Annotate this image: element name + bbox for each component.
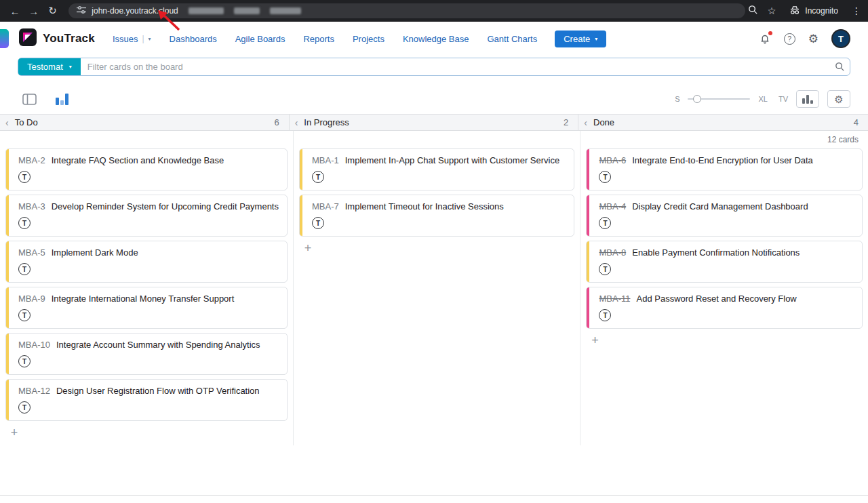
issue-summary[interactable]: Design User Registration Flow with OTP V… — [56, 386, 260, 396]
issue-summary[interactable]: Add Password Reset and Recovery Flow — [636, 294, 796, 304]
youtrack-logo[interactable]: YouTrack — [19, 28, 95, 49]
search-icon[interactable] — [829, 58, 850, 75]
board-settings-gear-icon: ⚙ — [834, 94, 843, 104]
backlog-panel-icon[interactable] — [18, 89, 41, 108]
assignee-avatar[interactable]: T — [18, 309, 31, 321]
assignee-avatar[interactable]: T — [599, 263, 611, 275]
browser-back-button[interactable]: ← — [7, 3, 23, 19]
zoom-icon[interactable] — [748, 5, 758, 18]
column-header-todo[interactable]: ‹ To Do 6 — [0, 115, 290, 130]
board-body: MBA-2 Integrate FAQ Section and Knowledg… — [0, 131, 868, 445]
url-text[interactable]: john-doe.youtrack.cloud — [92, 6, 178, 16]
issue-id[interactable]: MBA-6 — [599, 155, 626, 165]
issue-id[interactable]: MBA-10 — [18, 340, 50, 350]
issue-id[interactable]: MBA-5 — [18, 247, 45, 258]
browser-refresh-button[interactable]: ↻ — [45, 3, 61, 19]
collapse-column-icon[interactable]: ‹ — [584, 117, 587, 128]
bookmark-star-icon[interactable]: ☆ — [768, 5, 776, 16]
issue-summary[interactable]: Implement In-App Chat Support with Custo… — [345, 155, 559, 165]
chart-toggle-icon[interactable] — [50, 89, 73, 108]
nav-reports[interactable]: Reports — [303, 34, 334, 44]
board-card[interactable]: MBA-2 Integrate FAQ Section and Knowledg… — [5, 148, 288, 190]
add-card-button[interactable]: + — [588, 334, 601, 347]
nav-issues[interactable]: Issues — [113, 34, 138, 44]
board-card[interactable]: MBA-10 Integrate Account Summary with Sp… — [5, 333, 288, 375]
user-avatar[interactable]: T — [831, 29, 850, 48]
assignee-avatar[interactable]: T — [599, 217, 611, 229]
issue-summary[interactable]: Integrate International Money Transfer S… — [52, 294, 235, 304]
board-settings-button[interactable]: ⚙ — [827, 90, 850, 108]
issue-summary[interactable]: Develop Reminder System for Upcoming Cre… — [52, 201, 279, 212]
address-bar[interactable]: john-doe.youtrack.cloud — [68, 3, 745, 18]
browser-forward-button[interactable]: → — [26, 3, 42, 19]
issue-summary[interactable]: Implement Dark Mode — [52, 247, 138, 258]
issue-summary[interactable]: Integrate Account Summary with Spending … — [56, 340, 260, 350]
issue-id[interactable]: MBA-1 — [312, 155, 339, 165]
page-bottom-divider — [0, 495, 868, 496]
issue-id[interactable]: MBA-8 — [599, 247, 626, 258]
site-settings-icon[interactable] — [77, 6, 86, 16]
collapse-column-icon[interactable]: ‹ — [5, 117, 9, 128]
issue-id[interactable]: MBA-2 — [18, 155, 45, 165]
issue-id[interactable]: MBA-3 — [18, 201, 45, 212]
board-card[interactable]: MBA-11 Add Password Reset and Recovery F… — [586, 287, 863, 329]
issues-dropdown-icon[interactable]: ▾ — [149, 36, 151, 42]
board-card[interactable]: MBA-1 Implement In-App Chat Support with… — [299, 148, 575, 190]
board-card[interactable]: MBA-7 Implement Timeout for Inactive Ses… — [299, 195, 575, 237]
nav-agile-boards[interactable]: Agile Boards — [235, 34, 285, 44]
column-title: In Progress — [304, 117, 349, 127]
total-cards-label: 12 cards — [827, 135, 859, 144]
assignee-avatar[interactable]: T — [18, 263, 31, 275]
board-selector-button[interactable]: Testomat ▾ — [18, 58, 81, 75]
nav-divider: | — [142, 34, 144, 43]
board-card[interactable]: MBA-4 Display Credit Card Management Das… — [586, 195, 863, 237]
column-header-in-progress[interactable]: ‹ In Progress 2 — [290, 115, 579, 130]
create-button[interactable]: Create ▾ — [555, 31, 606, 47]
help-icon[interactable]: ? — [784, 33, 795, 45]
assignee-avatar[interactable]: T — [18, 217, 31, 229]
nav-dashboards[interactable]: Dashboards — [170, 34, 217, 44]
board-chart-button[interactable] — [796, 90, 819, 108]
issue-summary[interactable]: Integrate FAQ Section and Knowledge Base — [52, 155, 224, 165]
assignee-avatar[interactable]: T — [312, 171, 324, 183]
issue-summary[interactable]: Implement Timeout for Inactive Sessions — [345, 201, 504, 212]
nav-projects[interactable]: Projects — [353, 34, 384, 44]
create-dropdown-icon: ▾ — [595, 36, 597, 42]
issue-id[interactable]: MBA-12 — [18, 386, 50, 396]
issue-summary[interactable]: Enable Payment Confirmation Notification… — [632, 247, 800, 258]
assignee-avatar[interactable]: T — [18, 171, 31, 183]
slider-knob[interactable] — [693, 95, 701, 103]
board-card[interactable]: MBA-6 Integrate End-to-End Encryption fo… — [586, 148, 863, 190]
sidebar-expand-handle[interactable] — [0, 29, 9, 48]
board-card[interactable]: MBA-3 Develop Reminder System for Upcomi… — [5, 195, 288, 237]
issue-summary[interactable]: Integrate End-to-End Encryption for User… — [632, 155, 813, 165]
issue-id[interactable]: MBA-9 — [18, 294, 45, 304]
browser-menu-icon[interactable]: ⋮ — [852, 5, 861, 16]
card-accent-bar — [587, 241, 589, 282]
issue-id[interactable]: MBA-7 — [312, 201, 339, 212]
add-card-button[interactable]: + — [7, 426, 21, 439]
assignee-avatar[interactable]: T — [312, 217, 324, 229]
board-card[interactable]: MBA-5 Implement Dark Mode T — [5, 241, 288, 283]
settings-gear-icon[interactable]: ⚙ — [808, 33, 818, 45]
column-header-done[interactable]: ‹ Done 4 — [578, 115, 868, 130]
issue-summary[interactable]: Display Credit Card Management Dashboard — [632, 201, 808, 212]
assignee-avatar[interactable]: T — [599, 171, 611, 183]
card-size-slider[interactable] — [688, 94, 750, 104]
board-card[interactable]: MBA-9 Integrate International Money Tran… — [5, 287, 288, 329]
notifications-bell-icon[interactable] — [759, 33, 771, 45]
collapse-column-icon[interactable]: ‹ — [295, 117, 298, 128]
issue-id[interactable]: MBA-4 — [599, 201, 626, 212]
assignee-avatar[interactable]: T — [18, 355, 31, 367]
nav-knowledge-base[interactable]: Knowledge Base — [403, 34, 469, 44]
card-accent-bar — [587, 195, 589, 236]
assignee-avatar[interactable]: T — [18, 401, 31, 414]
issue-id[interactable]: MBA-11 — [599, 294, 630, 304]
board-card[interactable]: MBA-12 Design User Registration Flow wit… — [5, 379, 288, 421]
assignee-avatar[interactable]: T — [599, 309, 611, 321]
board-filter-input[interactable] — [81, 58, 829, 75]
tv-mode-button[interactable]: TV — [778, 95, 788, 103]
board-card[interactable]: MBA-8 Enable Payment Confirmation Notifi… — [586, 241, 863, 283]
nav-gantt-charts[interactable]: Gantt Charts — [488, 34, 538, 44]
add-card-button[interactable]: + — [301, 241, 315, 255]
